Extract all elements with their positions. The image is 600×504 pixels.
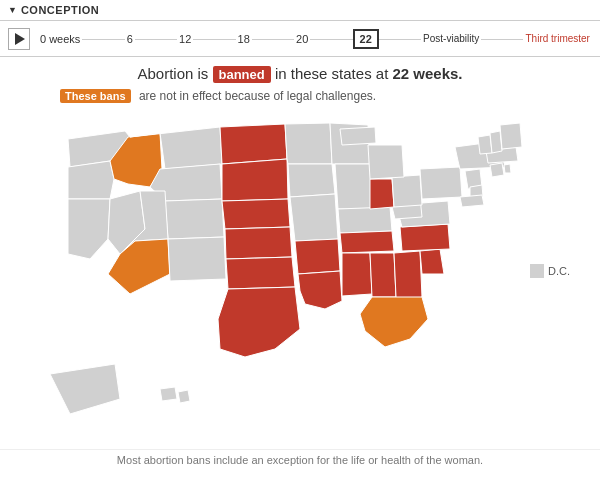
timeline: 0 weeks 6 12 18 20 22 Post-viability Thi… — [0, 21, 600, 57]
week-12[interactable]: 12 — [177, 33, 193, 45]
state-tn — [340, 231, 394, 253]
legend-text: are not in effect because of legal chall… — [139, 89, 376, 103]
us-map — [20, 109, 580, 439]
state-md — [460, 195, 484, 207]
banned-badge: banned — [213, 66, 271, 83]
collapse-icon[interactable]: ▼ — [8, 5, 17, 15]
week-6[interactable]: 6 — [125, 33, 135, 45]
info-bar: Abortion is banned in these states at 22… — [0, 57, 600, 87]
timeline-labels: 0 weeks 6 12 18 20 22 Post-viability Thi… — [38, 29, 592, 49]
state-al — [370, 253, 396, 297]
state-ar — [295, 239, 340, 274]
state-mo — [290, 194, 338, 241]
state-la — [298, 271, 342, 309]
dc-swatch — [530, 264, 544, 278]
header-title: CONCEPTION — [21, 4, 99, 16]
timeline-track: 0 weeks 6 12 18 20 22 Post-viability Thi… — [38, 21, 592, 56]
week-18[interactable]: 18 — [236, 33, 252, 45]
footer-text: Most abortion bans include an exception … — [117, 454, 483, 466]
state-hi — [160, 387, 177, 401]
week-20[interactable]: 20 — [294, 33, 310, 45]
state-pa — [420, 167, 462, 199]
state-mi-up — [340, 127, 376, 145]
state-sc — [420, 249, 444, 274]
state-ky — [338, 207, 392, 233]
state-mi-lower — [368, 145, 404, 179]
state-nc — [400, 224, 450, 251]
state-ne — [222, 199, 290, 229]
state-tx — [218, 287, 300, 357]
state-nm — [168, 237, 226, 281]
footer: Most abortion bans include an exception … — [0, 449, 600, 466]
weeks-value: 22 weeks. — [392, 65, 462, 82]
state-in — [370, 179, 394, 209]
state-vt — [478, 135, 492, 154]
state-ok — [226, 257, 295, 289]
state-me — [500, 123, 522, 149]
legal-challenge-badge: These bans — [60, 89, 131, 103]
state-nd — [220, 124, 287, 164]
state-or — [68, 161, 114, 199]
week-22[interactable]: 22 — [353, 29, 379, 49]
dc-label: D.C. — [530, 264, 570, 278]
state-ct — [490, 163, 504, 177]
post-viability[interactable]: Post-viability — [421, 33, 481, 44]
state-ks — [225, 227, 292, 259]
state-co — [165, 199, 224, 239]
week-0[interactable]: 0 weeks — [38, 33, 82, 45]
state-ri — [504, 164, 511, 173]
map-container: D.C. — [0, 109, 600, 449]
state-ia — [288, 164, 335, 197]
play-button[interactable] — [8, 28, 30, 50]
play-icon — [15, 33, 25, 45]
state-hi2 — [178, 390, 190, 403]
header: ▼ CONCEPTION — [0, 0, 600, 21]
state-oh — [392, 175, 422, 207]
state-il — [335, 164, 372, 209]
state-nh — [490, 131, 502, 153]
info-text: Abortion is banned in these states at 22… — [137, 65, 462, 82]
legend-row: These bans are not in effect because of … — [0, 87, 600, 109]
state-ak — [50, 364, 120, 414]
info-prefix: Abortion is — [137, 65, 208, 82]
state-ms — [342, 253, 372, 296]
third-trimester[interactable]: Third trimester — [523, 33, 591, 44]
state-fl — [360, 297, 428, 347]
info-middle: in these states at — [275, 65, 388, 82]
dc-text: D.C. — [548, 265, 570, 277]
state-mn — [285, 123, 332, 164]
state-sd — [222, 159, 288, 201]
state-ca — [68, 199, 110, 259]
